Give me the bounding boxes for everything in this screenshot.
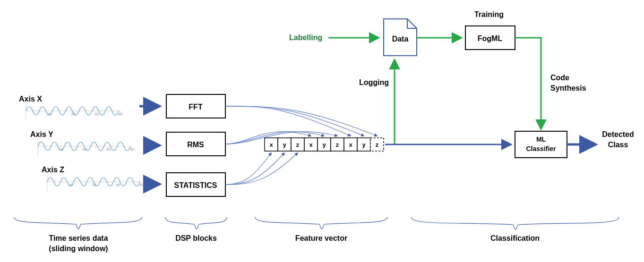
svg-text:z: z [336,141,339,148]
code-label: Code [550,74,569,82]
rms-label: RMS [187,141,204,149]
axis-x-label: Axis X [19,95,42,103]
conn-stats [225,153,284,185]
svg-text:y: y [322,141,326,148]
svg-text:40: 40 [139,183,144,187]
svg-text:x: x [349,141,352,148]
output-line1: Detected [602,130,634,138]
classification-section-label: Classification [490,234,540,242]
wave-y: 10 20 30 40 [38,137,134,156]
svg-text:30: 30 [94,112,99,116]
svg-text:30: 30 [116,183,120,187]
data-file-icon: Data [384,19,417,56]
timeseries-label1: Time series data [49,234,108,242]
svg-text:z: z [376,141,379,148]
wave-x: 10 20 30 40 [26,101,122,120]
feature-section-label: Feature vector [295,234,347,242]
svg-text:z: z [296,141,300,148]
logging-label: Logging [359,78,389,86]
svg-text:y: y [283,141,286,148]
brace-dsp [165,217,227,229]
classifier-line1: ML [536,135,546,143]
svg-text:40: 40 [118,112,122,116]
svg-text:30: 30 [106,147,111,152]
svg-text:x: x [309,141,313,148]
brace-timeseries [14,217,142,229]
brace-classification [411,217,619,229]
labelling-label: Labelling [289,34,322,42]
fogml-label: FogML [478,34,503,42]
arrow-fogml-classifier [515,38,541,128]
svg-text:x: x [269,141,273,148]
conn-stats [225,153,271,185]
brace-feature [255,217,387,229]
classifier-line2: Classifier [526,145,556,152]
feature-vector: x y z x y z x y z [265,138,384,151]
timeseries-label2: (sliding window) [49,245,108,253]
fft-label: FFT [189,103,203,111]
wave-z: 10 20 30 40 [47,172,144,191]
svg-text:y: y [362,141,366,148]
synthesis-label: Synthesis [550,84,586,92]
dsp-section-label: DSP blocks [175,234,217,242]
conn-stats [225,153,298,185]
output-line2: Class [608,141,628,149]
svg-text:40: 40 [130,147,134,152]
axis-y-label: Axis Y [30,130,53,138]
stats-label: STATISTICS [174,181,217,189]
svg-text:Data: Data [392,35,409,43]
training-label: Training [474,10,504,18]
axis-z-label: Axis Z [42,166,64,174]
